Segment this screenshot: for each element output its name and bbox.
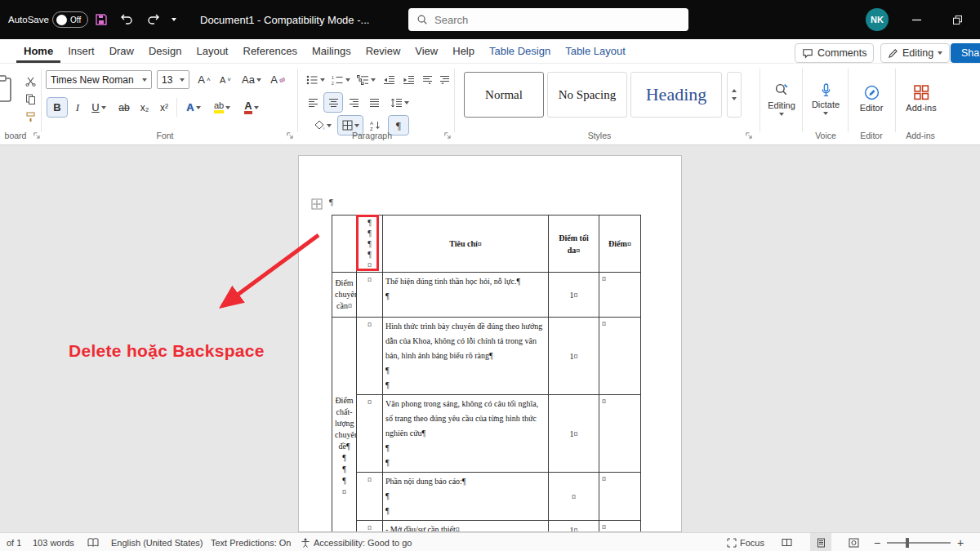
score-cell[interactable]: ¤: [599, 395, 641, 473]
paragraph-dialog-launcher[interactable]: [443, 131, 451, 139]
tab-table-design[interactable]: Table Design: [482, 39, 558, 63]
align-center-button[interactable]: [324, 93, 342, 112]
search-input[interactable]: [434, 14, 680, 26]
tab-draw[interactable]: Draw: [102, 39, 141, 63]
tab-help[interactable]: Help: [445, 39, 482, 63]
justify-button[interactable]: [365, 93, 383, 112]
max-score-cell[interactable]: 1¤: [549, 521, 599, 533]
header-score-cell[interactable]: Điểm¤: [599, 216, 641, 273]
tab-home[interactable]: Home: [16, 39, 60, 63]
max-score-cell[interactable]: 1¤: [549, 318, 599, 395]
highlight-color-button[interactable]: ab: [209, 98, 235, 117]
subscript-button[interactable]: x₂: [136, 98, 154, 117]
avatar[interactable]: NK: [866, 8, 889, 31]
clipboard-dialog-launcher[interactable]: [33, 131, 40, 139]
zoom-out-button[interactable]: −: [874, 533, 880, 551]
numbering-button[interactable]: 12: [329, 70, 352, 89]
score-cell[interactable]: ¤: [599, 473, 641, 521]
grow-font-button[interactable]: A˄: [194, 70, 214, 89]
criteria-cell[interactable]: Thể hiện đúng tinh thần học hỏi, nỗ lực.…: [383, 273, 549, 318]
font-size-combo[interactable]: 13: [157, 70, 189, 89]
read-mode-button[interactable]: [776, 533, 797, 551]
score-cell[interactable]: ¤: [599, 521, 641, 533]
tab-design[interactable]: Design: [141, 39, 189, 63]
editor-button[interactable]: Editor: [853, 69, 890, 129]
style-heading[interactable]: Heading: [630, 72, 722, 118]
marks-cell[interactable]: ¤: [357, 273, 383, 318]
zoom-in-button[interactable]: +: [957, 533, 964, 551]
redo-button[interactable]: [147, 0, 161, 39]
format-painter-button[interactable]: [21, 108, 39, 127]
style-normal[interactable]: Normal: [464, 72, 544, 118]
paste-button[interactable]: [0, 75, 14, 103]
change-case-button[interactable]: Aa: [238, 70, 265, 89]
editing-mode-dropdown[interactable]: Editing: [880, 43, 950, 63]
zoom-slider[interactable]: [887, 533, 951, 551]
page-indicator[interactable]: of 1: [7, 533, 21, 551]
align-left-button[interactable]: [304, 93, 322, 112]
row-label-cell[interactable]: Điểm chuyên cần¤: [332, 273, 357, 318]
increase-indent-button[interactable]: [399, 70, 417, 89]
dictate-button[interactable]: Dictate: [807, 69, 844, 129]
marks-cell[interactable]: ¤: [357, 395, 383, 473]
zoom-slider-thumb[interactable]: [906, 538, 909, 548]
multilevel-list-button[interactable]: [354, 70, 377, 89]
styles-dialog-launcher[interactable]: [745, 131, 752, 139]
clear-formatting-button[interactable]: A: [268, 70, 287, 89]
autosave-toggle[interactable]: Off: [52, 0, 88, 39]
font-dialog-launcher[interactable]: [286, 131, 293, 139]
header-marks-cell[interactable]: ¶ ¶ ¶ ¶ ¤: [357, 216, 383, 273]
copy-button[interactable]: [21, 90, 39, 109]
tab-table-layout[interactable]: Table Layout: [558, 39, 633, 63]
header-max-cell[interactable]: Điểm tối đa¤: [549, 216, 599, 273]
bullets-button[interactable]: [304, 70, 327, 89]
add-ins-button[interactable]: Add-ins: [900, 69, 942, 129]
bold-button[interactable]: B: [47, 98, 67, 117]
accessibility-status[interactable]: Accessibility: Good to go: [301, 533, 412, 551]
max-score-cell[interactable]: ¤: [549, 473, 599, 521]
line-spacing-button[interactable]: [387, 93, 412, 112]
criteria-cell[interactable]: Phần nội dung báo cáo:¶ ¶ ¶: [383, 473, 549, 521]
language-indicator[interactable]: English (United States): [111, 533, 203, 551]
tab-layout[interactable]: Layout: [189, 39, 235, 63]
save-button[interactable]: [95, 0, 108, 39]
score-cell[interactable]: ¤: [599, 318, 641, 395]
marks-cell[interactable]: ¤: [357, 473, 383, 521]
cut-button[interactable]: [21, 72, 39, 91]
tab-view[interactable]: View: [408, 39, 445, 63]
header-criteria-cell[interactable]: Tiêu chí¤: [383, 216, 549, 273]
focus-mode-button[interactable]: Focus: [727, 533, 764, 551]
styles-gallery-more-button[interactable]: [727, 72, 742, 118]
word-count[interactable]: 103 words: [33, 533, 74, 551]
font-name-combo[interactable]: Times New Roman: [46, 70, 152, 89]
comments-button[interactable]: Comments: [795, 43, 874, 63]
header-empty-cell[interactable]: [332, 216, 357, 273]
web-layout-button[interactable]: [843, 533, 864, 551]
criteria-cell[interactable]: Văn phong trong sáng, không có câu tối n…: [383, 395, 549, 473]
share-button[interactable]: Sha: [951, 43, 980, 63]
tab-references[interactable]: References: [236, 39, 305, 63]
max-score-cell[interactable]: 1¤: [549, 395, 599, 473]
search-box[interactable]: [408, 8, 688, 31]
superscript-button[interactable]: x²: [155, 98, 173, 117]
font-color-button[interactable]: A: [238, 98, 265, 117]
criteria-cell[interactable]: Hình thức trình bày chuyên đề đúng theo …: [383, 318, 549, 395]
editing-button[interactable]: Editing: [763, 69, 800, 129]
marks-cell[interactable]: ¤: [357, 521, 383, 533]
restore-button[interactable]: [944, 0, 970, 39]
shrink-font-button[interactable]: A˅: [216, 70, 235, 89]
marks-cell[interactable]: ¤: [357, 318, 383, 395]
undo-button[interactable]: [119, 0, 133, 39]
tab-insert[interactable]: Insert: [60, 39, 102, 63]
italic-button[interactable]: I: [70, 98, 85, 117]
tab-mailings[interactable]: Mailings: [305, 39, 359, 63]
table-move-handle[interactable]: [311, 198, 323, 210]
style-no-spacing[interactable]: No Spacing: [547, 72, 627, 118]
strikethrough-button[interactable]: ab: [114, 98, 134, 117]
tab-review[interactable]: Review: [359, 39, 408, 63]
decrease-indent-button[interactable]: [380, 70, 398, 89]
align-right-button[interactable]: [345, 93, 363, 112]
max-score-cell[interactable]: 1¤: [549, 273, 599, 318]
text-predictions[interactable]: Text Predictions: On: [211, 533, 291, 551]
ltr-text-direction-button[interactable]: [419, 70, 435, 89]
